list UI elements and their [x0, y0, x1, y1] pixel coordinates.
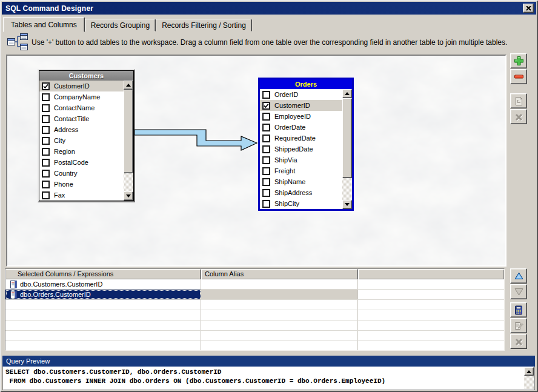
- column-row-shipcity[interactable]: ShipCity: [260, 198, 342, 209]
- table-orders[interactable]: Orders OrderIDCustomerIDEmployeeIDOrderD…: [258, 78, 354, 211]
- grid-cell-c1[interactable]: [5, 300, 201, 310]
- grid-empty-row[interactable]: [5, 321, 504, 331]
- checkbox-unchecked[interactable]: [262, 145, 270, 153]
- selected-columns-grid[interactable]: Selected Columns / Expressions Column Al…: [5, 268, 505, 351]
- grid-cell-c1[interactable]: dbo.Orders.CustomerID: [5, 290, 201, 299]
- orders-scrollbar[interactable]: [342, 89, 352, 209]
- checkbox-unchecked[interactable]: [262, 124, 270, 131]
- checkbox-unchecked[interactable]: [262, 135, 270, 142]
- grid-cell-c3[interactable]: [358, 331, 504, 341]
- column-row-contactname[interactable]: ContactName: [39, 102, 124, 113]
- grid-empty-row[interactable]: [5, 310, 504, 321]
- grid-cell-c3[interactable]: [358, 290, 504, 299]
- table-caption-orders[interactable]: Orders: [260, 79, 352, 89]
- scroll-up-button[interactable]: [524, 367, 534, 376]
- grid-cell-c2[interactable]: [201, 331, 358, 341]
- checkbox-unchecked[interactable]: [42, 93, 50, 101]
- grid-row[interactable]: dbo.Customers.CustomerID: [5, 279, 504, 290]
- query-preview-panel[interactable]: SELECT dbo.Customers.CustomerID, dbo.Ord…: [2, 367, 535, 390]
- grid-cell-c1[interactable]: [5, 331, 201, 341]
- column-row-orderdate[interactable]: OrderDate: [260, 122, 342, 133]
- checkbox-unchecked[interactable]: [42, 104, 50, 112]
- remove-expression-button[interactable]: [510, 334, 527, 349]
- grid-header-expressions[interactable]: Selected Columns / Expressions: [5, 269, 201, 279]
- column-row-postalcode[interactable]: PostalCode: [39, 157, 124, 168]
- expression-builder-button[interactable]: [510, 302, 527, 317]
- scroll-down-button[interactable]: [342, 200, 352, 209]
- checkbox-checked[interactable]: [262, 102, 270, 110]
- checkbox-unchecked[interactable]: [42, 126, 50, 134]
- close-button[interactable]: [523, 4, 534, 13]
- grid-cell-c2[interactable]: [201, 310, 358, 320]
- grid-cell-c2[interactable]: [201, 341, 358, 351]
- scroll-down-button[interactable]: [124, 191, 133, 201]
- column-row-customerid[interactable]: CustomerID: [260, 100, 342, 111]
- checkbox-unchecked[interactable]: [262, 200, 270, 208]
- checkbox-unchecked[interactable]: [262, 91, 270, 99]
- grid-cell-c1[interactable]: [5, 310, 201, 320]
- grid-cell-c1[interactable]: [5, 341, 201, 351]
- move-down-button[interactable]: [510, 284, 527, 299]
- query-scrollbar[interactable]: [524, 367, 534, 389]
- grid-cell-c2[interactable]: [201, 300, 358, 310]
- scroll-up-button[interactable]: [124, 81, 133, 90]
- grid-header-alias[interactable]: Column Alias: [201, 269, 358, 279]
- delete-item-button[interactable]: [510, 109, 527, 124]
- grid-cell-c1[interactable]: dbo.Customers.CustomerID: [5, 279, 201, 289]
- checkbox-unchecked[interactable]: [42, 148, 50, 156]
- remove-table-button[interactable]: [510, 69, 527, 84]
- checkbox-unchecked[interactable]: [262, 167, 270, 175]
- grid-empty-row[interactable]: [5, 300, 504, 310]
- column-row-orderid[interactable]: OrderID: [260, 89, 342, 100]
- checkbox-unchecked[interactable]: [42, 115, 50, 123]
- grid-cell-c3[interactable]: [358, 300, 504, 310]
- grid-empty-row[interactable]: [5, 341, 504, 351]
- tab-records-filtering-sorting[interactable]: Records Filtering / Sorting: [156, 19, 252, 32]
- column-row-phone[interactable]: Phone: [39, 179, 124, 190]
- grid-cell-c3[interactable]: [358, 279, 504, 289]
- move-up-button[interactable]: [510, 268, 527, 284]
- grid-cell-c3[interactable]: [358, 321, 504, 330]
- checkbox-unchecked[interactable]: [262, 178, 270, 186]
- title-bar[interactable]: SQL Command Designer: [2, 2, 536, 15]
- grid-cell-c2[interactable]: [201, 279, 358, 289]
- checkbox-checked[interactable]: [42, 82, 50, 90]
- grid-cell-c1[interactable]: [5, 321, 201, 330]
- grid-cell-c2[interactable]: [201, 290, 358, 299]
- checkbox-unchecked[interactable]: [262, 189, 270, 197]
- workspace[interactable]: Customers CustomerIDCompanyNameContactNa…: [6, 55, 506, 267]
- table-customers[interactable]: Customers CustomerIDCompanyNameContactNa…: [38, 69, 135, 202]
- column-row-contacttitle[interactable]: ContactTitle: [39, 113, 124, 124]
- column-row-address[interactable]: Address: [39, 124, 124, 135]
- table-properties-button[interactable]: [510, 93, 527, 108]
- scroll-thumb[interactable]: [342, 98, 352, 178]
- column-row-freight[interactable]: Freight: [260, 165, 342, 176]
- column-row-shippeddate[interactable]: ShippedDate: [260, 144, 342, 154]
- checkbox-unchecked[interactable]: [42, 181, 50, 188]
- column-row-city[interactable]: City: [39, 135, 124, 146]
- add-table-button[interactable]: [510, 53, 527, 68]
- checkbox-unchecked[interactable]: [42, 159, 50, 167]
- grid-row[interactable]: dbo.Orders.CustomerID: [5, 290, 504, 300]
- column-row-requireddate[interactable]: RequiredDate: [260, 133, 342, 144]
- column-row-region[interactable]: Region: [39, 146, 124, 157]
- column-row-shipvia[interactable]: ShipVia: [260, 154, 342, 165]
- column-row-employeeid[interactable]: EmployeeID: [260, 111, 342, 122]
- grid-cell-c3[interactable]: [358, 341, 504, 351]
- table-caption-customers[interactable]: Customers: [39, 71, 133, 81]
- grid-cell-c3[interactable]: [358, 310, 504, 320]
- checkbox-unchecked[interactable]: [262, 113, 270, 121]
- checkbox-unchecked[interactable]: [262, 156, 270, 164]
- column-row-shipname[interactable]: ShipName: [260, 176, 342, 187]
- grid-empty-row[interactable]: [5, 331, 504, 341]
- column-row-fax[interactable]: Fax: [39, 190, 124, 201]
- column-row-customerid[interactable]: CustomerID: [39, 81, 124, 91]
- tab-tables-and-columns[interactable]: Tables and Columns: [3, 17, 85, 32]
- checkbox-unchecked[interactable]: [42, 191, 50, 199]
- edit-expression-button[interactable]: [510, 318, 527, 333]
- grid-cell-c2[interactable]: [201, 321, 358, 330]
- checkbox-unchecked[interactable]: [42, 137, 50, 145]
- checkbox-unchecked[interactable]: [42, 170, 50, 178]
- column-row-companyname[interactable]: CompanyName: [39, 91, 124, 102]
- tab-records-grouping[interactable]: Records Grouping: [85, 19, 156, 32]
